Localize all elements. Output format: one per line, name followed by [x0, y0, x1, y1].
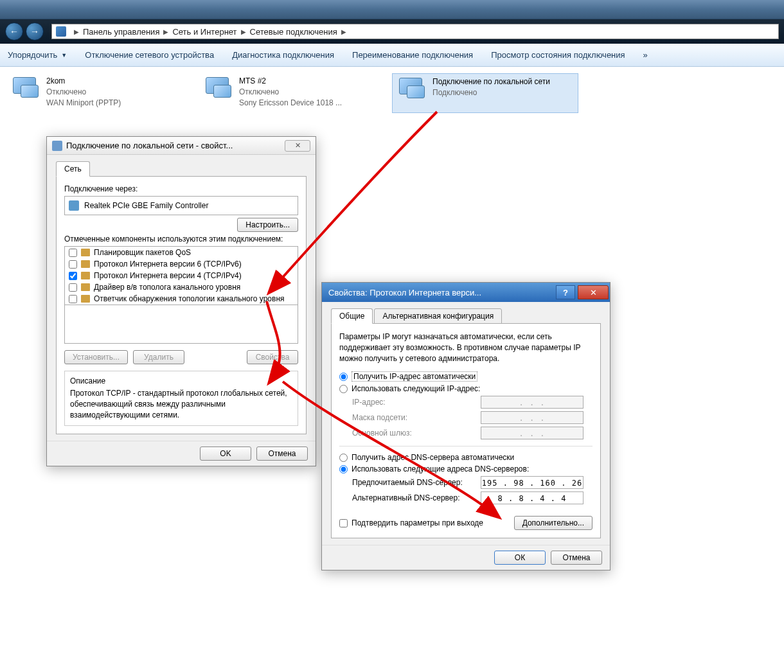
connection-item[interactable]: MTS #2 Отключено Sony Ericsson Device 10…: [199, 73, 386, 112]
radio-ip-manual[interactable]: Использовать следующий IP-адрес:: [339, 384, 592, 393]
connection-status: Отключено: [46, 87, 121, 98]
dialog-title: Подключение по локальной сети - свойст..…: [66, 141, 285, 150]
radio-label: Получить IP-адрес автоматически: [352, 371, 477, 382]
description-text: Протокол TCP/IP - стандартный протокол г…: [70, 388, 292, 420]
cancel-button[interactable]: Отмена: [551, 551, 602, 565]
tab-general[interactable]: Общие: [331, 308, 373, 324]
radio-input[interactable]: [339, 454, 348, 462]
dialog-title: Свойства: Протокол Интернета верси...: [328, 288, 556, 297]
ip-address-label: IP-адрес:: [352, 398, 481, 407]
component-icon: [81, 283, 90, 291]
close-button[interactable]: ✕: [578, 285, 609, 299]
component-row[interactable]: Драйвер в/в тополога канального уровня: [65, 281, 298, 293]
connection-icon: [202, 76, 233, 109]
validate-checkbox[interactable]: [339, 519, 348, 527]
components-list: Планировщик пакетов QoS Протокол Интерне…: [64, 246, 298, 305]
radio-label: Получить адрес DNS-сервера автоматически: [352, 453, 514, 462]
toolbar-more[interactable]: »: [643, 50, 648, 60]
radio-label: Использовать следующие адреса DNS-сервер…: [352, 464, 529, 473]
connect-using-label: Подключение через:: [64, 184, 298, 193]
radio-dns-manual[interactable]: Использовать следующие адреса DNS-сервер…: [339, 464, 592, 473]
dialog-titlebar[interactable]: Подключение по локальной сети - свойст..…: [47, 137, 316, 155]
gateway-label: Основной шлюз:: [352, 429, 481, 438]
component-checkbox[interactable]: [69, 283, 77, 292]
info-text: Параметры IP могут назначаться автоматич…: [339, 332, 592, 364]
component-checkbox[interactable]: [69, 260, 77, 269]
breadcrumb-item[interactable]: Панель управления: [83, 27, 159, 37]
dns1-input[interactable]: 195 . 98 . 160 . 26: [481, 476, 584, 489]
chevron-right-icon: ▶: [241, 28, 246, 35]
component-row[interactable]: Протокол Интернета версии 4 (TCP/IPv4): [65, 270, 298, 281]
radio-input[interactable]: [339, 465, 348, 473]
component-row[interactable]: Планировщик пакетов QoS: [65, 247, 298, 258]
adapter-name: Realtek PCIe GBE Family Controller: [84, 201, 208, 210]
toolbar-organize[interactable]: Упорядочить ▼: [8, 50, 67, 60]
properties-button[interactable]: Свойства: [247, 350, 298, 364]
component-row[interactable]: Протокол Интернета версии 6 (TCP/IPv6): [65, 258, 298, 270]
radio-input[interactable]: [339, 373, 348, 381]
connection-name: 2kom: [46, 76, 121, 87]
connection-name: MTS #2: [239, 76, 342, 87]
component-checkbox[interactable]: [69, 272, 77, 280]
ok-button[interactable]: OK: [200, 447, 251, 461]
content-area: 2kom Отключено WAN Miniport (PPTP) MTS #…: [0, 67, 784, 672]
network-icon: [52, 141, 62, 151]
component-checkbox[interactable]: [69, 249, 77, 257]
component-row[interactable]: Ответчик обнаружения топологии канальног…: [65, 293, 298, 305]
toolbar-view-status[interactable]: Просмотр состояния подключения: [491, 50, 625, 60]
connection-name: Подключение по локальной сети: [432, 76, 550, 87]
component-label: Ответчик обнаружения топологии канальног…: [94, 294, 285, 303]
connection-item[interactable]: 2kom Отключено WAN Miniport (PPTP): [6, 73, 193, 112]
component-label: Протокол Интернета версии 4 (TCP/IPv4): [94, 271, 242, 280]
toolbar-label: Упорядочить: [8, 50, 57, 60]
toolbar-diagnose[interactable]: Диагностика подключения: [232, 50, 334, 60]
install-button[interactable]: Установить...: [64, 350, 128, 364]
dialog-titlebar[interactable]: Свойства: Протокол Интернета верси... ? …: [322, 283, 610, 302]
component-label: Драйвер в/в тополога канального уровня: [94, 283, 240, 292]
description-label: Описание: [70, 376, 292, 385]
connection-icon: [9, 76, 40, 109]
cancel-button[interactable]: Отмена: [256, 447, 308, 461]
dns2-input[interactable]: 8 . 8 . 4 . 4: [481, 491, 584, 504]
dns2-label: Альтернативный DNS-сервер:: [352, 493, 481, 502]
component-icon: [81, 272, 90, 279]
tab-alt-config[interactable]: Альтернативная конфигурация: [374, 308, 502, 324]
connection-icon: [395, 76, 426, 110]
breadcrumb-item[interactable]: Сеть и Интернет: [172, 27, 236, 37]
subnet-mask-label: Маска подсети:: [352, 413, 481, 422]
component-checkbox[interactable]: [69, 295, 77, 303]
close-button[interactable]: ✕: [285, 140, 310, 152]
ip-address-input: . . .: [481, 396, 584, 409]
connection-item-selected[interactable]: Подключение по локальной сети Подключено: [392, 73, 578, 113]
components-label: Отмеченные компоненты используются этим …: [64, 234, 298, 243]
adapter-field[interactable]: Realtek PCIe GBE Family Controller: [64, 196, 298, 215]
subnet-mask-input: . . .: [481, 411, 584, 424]
breadcrumb[interactable]: ▶ Панель управления ▶ Сеть и Интернет ▶ …: [51, 24, 779, 39]
component-icon: [81, 295, 90, 303]
radio-dns-auto[interactable]: Получить адрес DNS-сервера автоматически: [339, 453, 592, 462]
dns1-label: Предпочитаемый DNS-сервер:: [352, 478, 481, 487]
gateway-input: . . .: [481, 427, 584, 439]
back-button[interactable]: ←: [5, 22, 23, 40]
component-label: Протокол Интернета версии 6 (TCP/IPv6): [94, 260, 242, 269]
ok-button[interactable]: ОК: [494, 551, 546, 565]
radio-input[interactable]: [339, 385, 348, 393]
toolbar-rename[interactable]: Переименование подключения: [352, 50, 473, 60]
chevron-down-icon: ▼: [61, 52, 67, 58]
connection-device: WAN Miniport (PPTP): [46, 98, 121, 109]
chevron-right-icon: ▶: [74, 28, 79, 35]
component-label: Планировщик пакетов QoS: [94, 248, 191, 257]
window-titlebar: [0, 0, 784, 19]
help-button[interactable]: ?: [556, 285, 575, 299]
control-panel-icon: [56, 26, 66, 37]
forward-button[interactable]: →: [26, 22, 44, 40]
advanced-button[interactable]: Дополнительно...: [514, 516, 592, 530]
breadcrumb-item[interactable]: Сетевые подключения: [250, 27, 337, 37]
toolbar-disable-device[interactable]: Отключение сетевого устройства: [85, 50, 214, 60]
toolbar: Упорядочить ▼ Отключение сетевого устрой…: [0, 44, 784, 67]
configure-button[interactable]: Настроить...: [237, 218, 298, 232]
radio-ip-auto[interactable]: Получить IP-адрес автоматически: [339, 371, 592, 382]
connection-status: Подключено: [432, 87, 550, 98]
tab-network[interactable]: Сеть: [56, 161, 90, 177]
uninstall-button[interactable]: Удалить: [133, 350, 184, 364]
